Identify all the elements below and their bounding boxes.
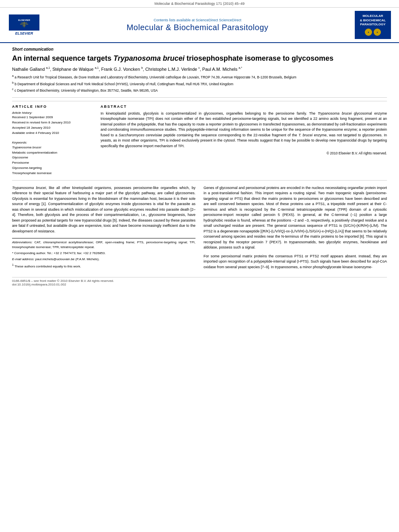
- body-col-left: Trypanosoma brucei, like all other kinet…: [12, 185, 195, 273]
- abstract-label: ABSTRACT: [101, 105, 387, 109]
- footnote-equal: 1 These authors contributed equally to t…: [12, 263, 195, 269]
- title-italic: Trypanosoma brucei: [113, 54, 185, 62]
- copyright-text: © 2010 Elsevier B.V. All rights reserved…: [101, 151, 387, 155]
- title-plain-start: An internal sequence targets: [12, 54, 113, 62]
- abstract-text: In kinetoplastid protists, glycolysis is…: [101, 111, 387, 149]
- affiliation-a: a a Research Unit for Tropical Diseases,…: [12, 74, 387, 80]
- journal-center: Contents lists available at ScienceDirec…: [40, 18, 355, 32]
- body-col-right: Genes of glycosomal and peroxisomal prot…: [204, 185, 387, 273]
- body-para-3: For some peroxisomal matrix proteins the…: [204, 254, 387, 270]
- authors: Nathalie Galland a,1, Stéphane de Walque…: [12, 66, 387, 72]
- footnote-email: E-mail address: paul.michels@uclouvain.b…: [12, 257, 195, 262]
- keyword-2: Metabolic compartmentalization: [12, 150, 93, 156]
- elsevier-logo: ELSEVIER ELSEVIER: [8, 14, 40, 35]
- article-info-label: ARTICLE INFO: [12, 105, 93, 109]
- svg-text:ELSEVIER: ELSEVIER: [18, 19, 30, 21]
- journal-citation: Molecular & Biochemical Parasitology 171…: [154, 2, 245, 6]
- info-abstract-row: ARTICLE INFO Article history: Received 1…: [12, 101, 387, 176]
- footnote-corresponding: * Corresponding author. Tel.: +32 2 7647…: [12, 251, 195, 256]
- keyword-4: Peroxisome: [12, 160, 93, 166]
- sciencedirect-link: Contents lists available at ScienceDirec…: [40, 18, 355, 22]
- body-para-1: Trypanosoma brucei, like all other kinet…: [12, 185, 195, 234]
- logo-circle-2: ●: [374, 29, 381, 36]
- keyword-6: Triosephosphate isomerase: [12, 171, 93, 176]
- article-title: An internal sequence targets Trypanosoma…: [12, 54, 387, 63]
- keywords-list: Trypanosoma brucei Metabolic compartment…: [12, 145, 93, 176]
- journal-logo-right: MOLECULAR & BIOCHEMICAL PARASITOLOGY ● ●: [355, 11, 391, 39]
- available-date: Available online 4 February 2010: [12, 131, 93, 135]
- article-info: ARTICLE INFO Article history: Received 1…: [12, 105, 93, 176]
- doi: doi:10.1016/j.molbiopara.2010.01.002: [12, 283, 66, 286]
- issn: 0166-6851/$ – see front matter © 2010 El…: [12, 279, 114, 283]
- logo-circle-1: ●: [365, 29, 372, 36]
- footnote-abbreviations: Abbreviations: CAT, chloramphenicol acet…: [12, 240, 195, 250]
- keyword-5: Glycosome-targeting: [12, 166, 93, 171]
- affiliation-c: c c Department of Biochemistry, Universi…: [12, 87, 387, 93]
- bottom-bar: 0166-6851/$ – see front matter © 2010 El…: [12, 277, 387, 286]
- title-plain-end: triosephosphate isomerase to glycosomes: [185, 54, 333, 62]
- keyword-1: Trypanosoma brucei: [12, 145, 93, 150]
- journal-header: ELSEVIER ELSEVIER Contents lists availab…: [0, 8, 399, 43]
- article-type: Short communication: [12, 47, 387, 51]
- content: Short communication An internal sequence…: [0, 43, 399, 290]
- affiliations: a a Research Unit for Tropical Diseases,…: [12, 74, 387, 93]
- keywords-label: Keywords:: [12, 141, 93, 144]
- accepted-date: Accepted 18 January 2010: [12, 126, 93, 129]
- elsevier-logo-svg: ELSEVIER: [12, 16, 36, 28]
- journal-title: Molecular & Biochemical Parasitology: [40, 23, 355, 32]
- revised-date: Received in revised form 8 January 2010: [12, 121, 93, 124]
- footnotes: Abbreviations: CAT, chloramphenicol acet…: [12, 238, 195, 269]
- keyword-3: Glycosome: [12, 155, 93, 160]
- affiliation-b: b b Department of Biological Sciences an…: [12, 81, 387, 87]
- page: Molecular & Biochemical Parasitology 171…: [0, 0, 399, 532]
- top-bar: Molecular & Biochemical Parasitology 171…: [0, 0, 399, 8]
- received-date: Received 1 September 2009: [12, 115, 93, 119]
- abstract-section: ABSTRACT In kinetoplastid protists, glyc…: [101, 105, 387, 176]
- main-body: Trypanosoma brucei, like all other kinet…: [12, 180, 387, 273]
- elsevier-text: ELSEVIER: [15, 31, 33, 35]
- body-para-2: Genes of glycosomal and peroxisomal prot…: [204, 185, 387, 251]
- divider-1: [12, 97, 387, 98]
- history-label: Article history:: [12, 111, 93, 115]
